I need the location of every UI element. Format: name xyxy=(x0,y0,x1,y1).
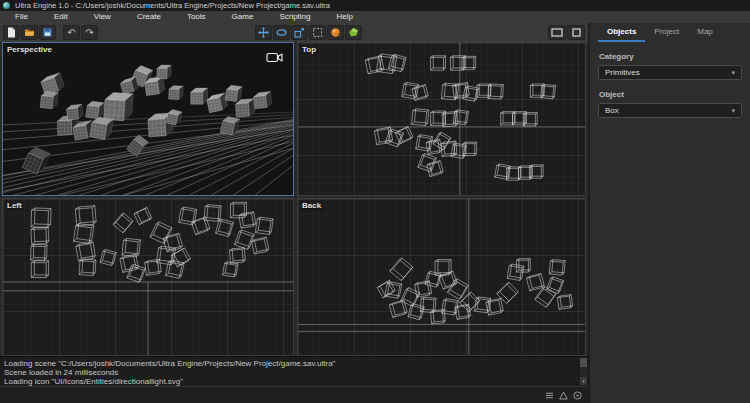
scroll-down-icon: ▾ xyxy=(582,379,585,384)
window-title: Ultra Engine 1.0 - C:/Users/joshk/Docume… xyxy=(15,1,330,10)
scale-icon xyxy=(294,27,305,38)
console-line: Scene loaded in 24 milliseconds xyxy=(4,368,574,377)
move-icon xyxy=(258,27,269,38)
log-lines-icon xyxy=(545,391,554,400)
console-scrollbar[interactable]: ▾ xyxy=(580,358,587,385)
move-tool-button[interactable] xyxy=(255,25,272,40)
new-file-icon xyxy=(6,27,17,38)
back-canvas[interactable] xyxy=(298,199,585,355)
save-button[interactable] xyxy=(39,25,56,40)
console-log-toggle-button[interactable] xyxy=(543,389,556,402)
object-dropdown[interactable]: Box ▾ xyxy=(598,103,742,118)
viewport-left[interactable]: Left xyxy=(2,198,294,356)
sphere-tool-button[interactable] xyxy=(327,25,344,40)
title-bar: Ultra Engine 1.0 - C:/Users/joshk/Docume… xyxy=(0,0,750,11)
viewport-label-back: Back xyxy=(302,201,321,210)
category-value: Primitives xyxy=(605,68,640,77)
tab-project[interactable]: Project xyxy=(645,23,688,42)
rotate-icon xyxy=(276,27,287,38)
viewport-top[interactable]: Top xyxy=(297,42,586,196)
viewport-grid: Perspective Top Left Back xyxy=(0,42,588,356)
menu-scripting[interactable]: Scripting xyxy=(266,11,323,23)
error-icon xyxy=(573,391,582,400)
left-canvas[interactable] xyxy=(3,199,293,355)
scrollbar-down-button[interactable]: ▾ xyxy=(580,377,587,385)
console-panel: Loading scene "C:/Users/joshk/Documents/… xyxy=(0,356,588,403)
scale-tool-button[interactable] xyxy=(291,25,308,40)
top-canvas[interactable] xyxy=(298,43,585,195)
viewport-perspective[interactable]: Perspective xyxy=(2,42,294,196)
redo-icon: ↷ xyxy=(85,28,93,38)
save-icon xyxy=(42,27,53,38)
viewport-label-left: Left xyxy=(7,201,22,210)
camera-icon[interactable] xyxy=(266,52,283,63)
undo-icon: ↶ xyxy=(67,28,75,38)
app-logo-icon xyxy=(3,2,10,9)
console-input[interactable] xyxy=(0,387,542,403)
menu-game[interactable]: Game xyxy=(219,11,267,23)
menu-file[interactable]: File xyxy=(2,11,41,23)
console-line: Loading scene "C:/Users/joshk/Documents/… xyxy=(4,359,574,368)
select-tool-button[interactable] xyxy=(309,25,326,40)
menu-help[interactable]: Help xyxy=(324,11,366,23)
redo-button[interactable]: ↷ xyxy=(81,25,98,40)
console-line: Loading icon "UI/Icons/Entities/directio… xyxy=(4,377,574,386)
category-label: Category xyxy=(599,52,741,61)
viewport-back[interactable]: Back xyxy=(297,198,586,356)
scrollbar-thumb[interactable] xyxy=(580,358,587,367)
new-file-button[interactable] xyxy=(3,25,20,40)
select-icon xyxy=(312,27,323,38)
rotate-tool-button[interactable] xyxy=(273,25,290,40)
menu-view[interactable]: View xyxy=(81,11,124,23)
toolbar: ↶ ↷ xyxy=(0,23,588,42)
warning-icon xyxy=(559,391,568,400)
sphere-icon xyxy=(330,27,341,38)
console-error-toggle-button[interactable] xyxy=(571,389,584,402)
layout-square-icon xyxy=(570,28,582,37)
viewport-label-perspective: Perspective xyxy=(7,45,52,54)
menu-create[interactable]: Create xyxy=(124,11,174,23)
undo-button[interactable]: ↶ xyxy=(63,25,80,40)
open-folder-button[interactable] xyxy=(21,25,38,40)
tab-map[interactable]: Map xyxy=(688,23,722,42)
model-tool-button[interactable] xyxy=(345,25,362,40)
console-input-row xyxy=(0,386,588,403)
console-warning-toggle-button[interactable] xyxy=(557,389,570,402)
layout-single-button[interactable] xyxy=(548,25,566,40)
menu-tools[interactable]: Tools xyxy=(174,11,219,23)
panel-tabs: Objects Project Map xyxy=(590,23,750,42)
right-panel: Objects Project Map Category Primitives … xyxy=(588,23,750,403)
app-window: Ultra Engine 1.0 - C:/Users/joshk/Docume… xyxy=(0,0,750,403)
menu-edit[interactable]: Edit xyxy=(41,11,81,23)
tab-objects[interactable]: Objects xyxy=(598,23,645,42)
chevron-down-icon: ▾ xyxy=(731,69,735,76)
perspective-canvas[interactable] xyxy=(3,43,293,195)
category-dropdown[interactable]: Primitives ▾ xyxy=(598,65,742,80)
chevron-down-icon: ▾ xyxy=(731,107,735,114)
model-icon xyxy=(348,27,359,38)
viewport-label-top: Top xyxy=(302,45,316,54)
object-value: Box xyxy=(605,106,619,115)
layout-quad-button[interactable] xyxy=(567,25,585,40)
menu-bar: File Edit View Create Tools Game Scripti… xyxy=(0,11,750,23)
layout-wide-icon xyxy=(551,28,563,37)
open-folder-icon xyxy=(24,27,35,38)
object-label: Object xyxy=(599,90,741,99)
console-log[interactable]: Loading scene "C:/Users/joshk/Documents/… xyxy=(0,357,588,386)
